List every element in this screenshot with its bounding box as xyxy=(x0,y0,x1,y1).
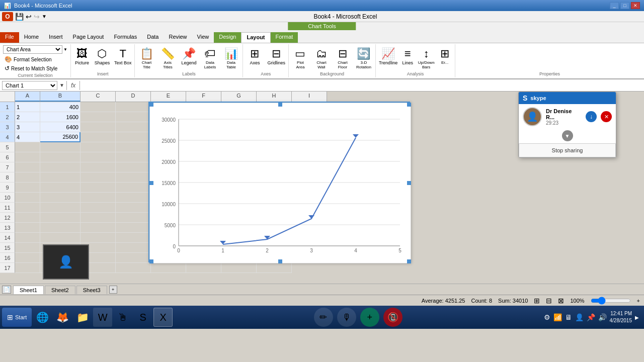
cell-D5[interactable] xyxy=(116,142,151,152)
cell-B2[interactable]: 1600 xyxy=(40,112,80,122)
cell-F17[interactable] xyxy=(186,263,221,273)
taskbar-skype-icon[interactable]: S xyxy=(133,308,152,327)
cell-A9[interactable] xyxy=(15,183,40,193)
cell-D10[interactable] xyxy=(116,193,151,203)
chart-title-btn[interactable]: 📋 ChartTitle xyxy=(137,46,156,70)
text-box-btn[interactable]: T Text Box xyxy=(113,46,133,66)
redo-icon[interactable]: ↪ xyxy=(34,13,40,21)
col-header-D[interactable]: D xyxy=(116,92,151,102)
tray-taskbtn-icon[interactable]: 📌 xyxy=(587,313,595,321)
legend-btn[interactable]: 📌 Legend xyxy=(179,46,198,66)
trendline-btn[interactable]: 📈 Trendline xyxy=(378,46,398,66)
zoom-in-btn[interactable]: + xyxy=(637,298,640,304)
up-down-bars-btn[interactable]: ↕ Up/DownBars xyxy=(417,46,436,70)
row-num-11[interactable]: 11 xyxy=(0,203,15,213)
row-num-13[interactable]: 13 xyxy=(0,223,15,233)
taskbar-center-pen-icon[interactable]: ✏ xyxy=(314,308,333,327)
cell-D7[interactable] xyxy=(116,162,151,172)
cell-D2[interactable] xyxy=(116,112,151,122)
cell-C10[interactable] xyxy=(80,193,116,203)
cell-A8[interactable] xyxy=(15,172,40,183)
save-icon[interactable]: 💾 xyxy=(15,13,24,21)
formula-input[interactable] xyxy=(82,82,642,88)
office-btn[interactable]: O xyxy=(2,12,13,21)
row-num-12[interactable]: 12 xyxy=(0,213,15,223)
shapes-btn[interactable]: ⬡ Shapes xyxy=(93,46,111,66)
lines-btn[interactable]: ≡ Lines xyxy=(399,46,416,66)
cell-C11[interactable] xyxy=(80,203,116,213)
cell-A16[interactable] xyxy=(15,253,40,263)
taskbar-center-mic-icon[interactable]: 🎙 xyxy=(337,308,356,327)
cell-A14[interactable] xyxy=(15,233,40,243)
col-header-E[interactable]: E xyxy=(151,92,186,102)
taskbar-folder-icon[interactable]: 📁 xyxy=(73,308,92,327)
cell-B8[interactable] xyxy=(40,172,80,183)
cell-A11[interactable] xyxy=(15,203,40,213)
cell-D8[interactable] xyxy=(116,172,151,183)
download-call-btn[interactable]: ↓ xyxy=(586,111,597,122)
cell-D13[interactable] xyxy=(116,223,151,233)
view-normal-btn[interactable]: ⊞ xyxy=(534,297,540,305)
cell-B11[interactable] xyxy=(40,203,80,213)
cell-B1[interactable]: 400 xyxy=(40,102,80,112)
cell-C5[interactable] xyxy=(80,142,116,152)
stop-sharing-btn[interactable]: Stop sharing xyxy=(519,143,616,157)
data-table-btn[interactable]: 📊 DataTable xyxy=(221,46,240,70)
error-bars-btn[interactable]: ⊞ Er... xyxy=(437,46,453,66)
cell-A4[interactable]: 4 xyxy=(15,132,40,142)
tray-monitor-icon[interactable]: 🖥 xyxy=(565,313,572,321)
row-num-7[interactable]: 7 xyxy=(0,162,15,172)
cell-B13[interactable] xyxy=(40,223,80,233)
taskbar-center-end-icon[interactable]: 📵 xyxy=(383,308,403,327)
cell-B7[interactable] xyxy=(40,162,80,172)
cell-C2[interactable] xyxy=(80,112,116,122)
col-header-F[interactable]: F xyxy=(186,92,221,102)
row-num-4[interactable]: 4 xyxy=(0,132,15,142)
taskbar-ie-icon[interactable]: 🌐 xyxy=(33,308,52,327)
3d-rotation-btn[interactable]: 🔄 3-DRotation xyxy=(354,46,373,70)
tab-review[interactable]: Review xyxy=(164,32,192,43)
chart-wall-btn[interactable]: 🗂 ChartWall xyxy=(312,46,331,70)
customize-icon[interactable]: ▼ xyxy=(42,14,47,19)
cell-B9[interactable] xyxy=(40,183,80,193)
cell-C4[interactable] xyxy=(80,132,116,142)
add-sheet-btn[interactable]: 📄 xyxy=(2,286,11,294)
cell-A7[interactable] xyxy=(15,162,40,172)
cell-H17[interactable] xyxy=(257,263,292,273)
cell-B12[interactable] xyxy=(40,213,80,223)
cell-C12[interactable] xyxy=(80,213,116,223)
cell-D4[interactable] xyxy=(116,132,151,142)
cell-A15[interactable] xyxy=(15,243,40,253)
cell-D12[interactable] xyxy=(116,213,151,223)
cell-B14[interactable] xyxy=(40,233,80,243)
cell-D16[interactable] xyxy=(116,253,151,263)
row-num-14[interactable]: 14 xyxy=(0,233,15,243)
cell-B5[interactable] xyxy=(40,142,80,152)
chart-container[interactable]: 0 5000 10000 15000 20000 25000 30000 0 1… xyxy=(148,102,410,262)
sheet-tab-3[interactable]: Sheet3 xyxy=(76,286,107,294)
col-header-C[interactable]: C xyxy=(80,92,116,102)
cell-D15[interactable] xyxy=(116,243,151,253)
name-box[interactable]: Chart 1 xyxy=(2,81,57,90)
tray-volume-icon[interactable]: 🔊 xyxy=(598,313,607,321)
cell-D3[interactable] xyxy=(116,122,151,132)
tab-file[interactable]: File xyxy=(0,32,19,43)
sheet-tab-2[interactable]: Sheet2 xyxy=(45,286,75,294)
tab-layout[interactable]: Layout xyxy=(241,32,270,43)
cell-D6[interactable] xyxy=(116,152,151,162)
data-labels-btn[interactable]: 🏷 DataLabels xyxy=(200,46,219,70)
row-num-1[interactable]: 1 xyxy=(0,102,15,112)
cell-E17[interactable] xyxy=(151,263,186,273)
cell-A13[interactable] xyxy=(15,223,40,233)
end-call-btn[interactable]: ✕ xyxy=(601,111,612,122)
tab-data[interactable]: Data xyxy=(142,32,164,43)
taskbar-center-plus-icon[interactable]: + xyxy=(360,308,379,327)
taskbar-browser-icon[interactable]: 🦊 xyxy=(53,308,72,327)
cell-C1[interactable] xyxy=(80,102,116,112)
view-preview-btn[interactable]: ⊠ xyxy=(558,297,564,305)
undo-icon[interactable]: ↩ xyxy=(26,13,32,21)
cell-B6[interactable] xyxy=(40,152,80,162)
tray-network-icon[interactable]: 📶 xyxy=(553,313,562,321)
tab-design[interactable]: Design xyxy=(214,32,241,43)
cell-B3[interactable]: 6400 xyxy=(40,122,80,132)
